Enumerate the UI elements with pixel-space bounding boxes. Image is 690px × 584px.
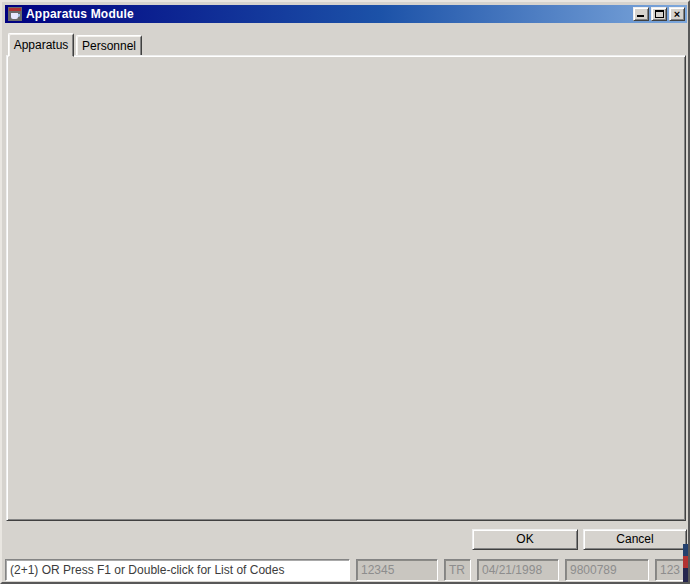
status-field-incident: 9800789 <box>565 559 649 581</box>
ok-button[interactable]: OK <box>472 529 578 550</box>
cancel-button[interactable]: Cancel <box>583 529 687 550</box>
tab-apparatus[interactable]: Apparatus <box>8 33 74 57</box>
status-field-fdid: 12345 <box>356 559 438 581</box>
status-field-state: TR <box>444 559 471 581</box>
close-button-icon[interactable]: × <box>669 7 685 21</box>
window-title: Apparatus Module <box>26 7 134 21</box>
title-bar[interactable]: Apparatus Module × <box>5 5 687 23</box>
tab-personnel[interactable]: Personnel <box>76 35 142 57</box>
apparatus-module-window: Apparatus Module × Apparatus Personnel I… <box>0 0 690 584</box>
background-window-edge <box>683 544 688 582</box>
apparatus-tab-page <box>6 55 686 521</box>
status-field-date: 04/21/1998 <box>477 559 559 581</box>
app-icon <box>8 7 22 21</box>
maximize-button-icon[interactable] <box>651 7 667 21</box>
status-message: (2+1) OR Press F1 or Double-click for Li… <box>5 559 350 581</box>
minimize-button-icon[interactable] <box>633 7 649 21</box>
